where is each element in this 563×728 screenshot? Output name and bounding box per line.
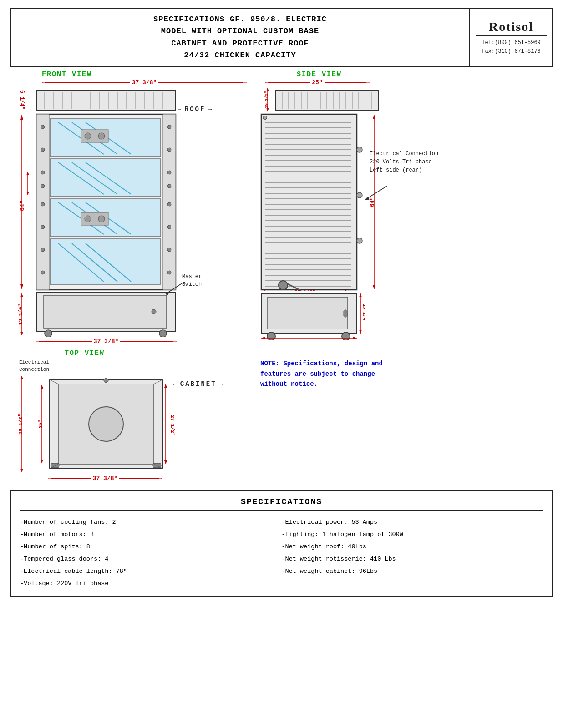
svg-point-151 xyxy=(279,281,288,290)
page: SPECIFICATIONS GF. 950/8. ELECTRIC MODEL… xyxy=(0,0,563,728)
spec-item: -Number of cooling fans: 2 xyxy=(20,516,282,528)
svg-rect-24 xyxy=(36,114,49,290)
title-line3: CABINET AND PROTECTIVE ROOF xyxy=(18,38,462,50)
svg-text:30 1/2": 30 1/2" xyxy=(18,414,23,435)
specifications-section: SPECIFICATIONS -Number of cooling fans: … xyxy=(10,490,553,597)
svg-marker-93 xyxy=(164,460,167,464)
side-width-label: 25" xyxy=(310,79,324,86)
svg-point-149 xyxy=(357,238,362,243)
svg-point-47 xyxy=(85,133,91,139)
svg-text:27 1/2": 27 1/2" xyxy=(170,415,175,436)
cabinet-side-drawing: 30 1/2" 19 1/4" xyxy=(260,293,365,340)
svg-point-41 xyxy=(167,271,171,274)
spec-item: -Net weight roof: 40Lbs xyxy=(282,541,543,553)
svg-marker-170 xyxy=(353,337,357,339)
svg-point-26 xyxy=(41,148,45,152)
master-switch-label: MasterSwitch xyxy=(182,273,202,288)
svg-rect-99 xyxy=(276,91,379,111)
electrical-connection-label-top: ElectricalConnection xyxy=(19,359,247,373)
svg-point-72 xyxy=(159,330,167,337)
svg-point-83 xyxy=(89,407,123,441)
svg-rect-164 xyxy=(268,297,348,329)
cabinet-label: CABINET xyxy=(180,380,217,388)
logo-name: Rotisol xyxy=(476,20,547,36)
spec-item: -Net weight cabinet: 96Lbs xyxy=(282,565,543,577)
svg-text:27 1/2": 27 1/2" xyxy=(294,289,315,291)
svg-rect-33 xyxy=(163,114,176,290)
svg-point-37 xyxy=(167,184,171,188)
svg-point-38 xyxy=(167,202,171,206)
svg-point-30 xyxy=(41,225,45,229)
svg-marker-169 xyxy=(261,337,265,339)
svg-point-35 xyxy=(167,148,171,152)
svg-rect-49 xyxy=(50,159,161,197)
spec-item: -Electrical power: 53 Amps xyxy=(282,516,543,528)
svg-point-167 xyxy=(342,332,350,340)
svg-text:19 1/4": 19 1/4" xyxy=(18,304,23,325)
svg-point-166 xyxy=(267,332,275,340)
cabinet-front-width-label: 37 3/8" xyxy=(92,338,121,345)
title-line2: MODEL WITH OPTIONAL CUSTOM BASE xyxy=(18,25,462,37)
side-view-label: SIDE VIEW xyxy=(297,71,342,78)
top-view-width-label: 37 3/8" xyxy=(91,475,120,482)
top-view-drawing: 27 1/2" xyxy=(48,374,180,474)
svg-point-150 xyxy=(263,116,267,120)
spec-item: -Net weight rotisserie: 410 Lbs xyxy=(282,553,543,565)
title-line4: 24/32 CHICKEN CAPACITY xyxy=(18,50,462,61)
note-box: NOTE: Specifications, design andfeatures… xyxy=(260,355,415,393)
spec-item: -Number of spits: 8 xyxy=(20,541,282,553)
cabinet-front-drawing xyxy=(36,292,177,337)
svg-point-147 xyxy=(357,147,362,152)
svg-marker-75 xyxy=(20,469,23,472)
svg-text:19 1/2": 19 1/2" xyxy=(264,91,269,108)
svg-point-36 xyxy=(167,171,171,174)
front-view-label: FRONT VIEW xyxy=(42,71,92,78)
svg-text:25": 25" xyxy=(38,420,43,428)
svg-point-84 xyxy=(104,378,108,383)
svg-point-25 xyxy=(41,125,45,129)
svg-marker-78 xyxy=(41,385,43,389)
header-box: SPECIFICATIONS GF. 950/8. ELECTRIC MODEL… xyxy=(10,8,553,67)
drawing-area: FRONT VIEW ← 37 3/8" → 6 1/4" xyxy=(10,71,553,482)
svg-line-176 xyxy=(166,282,184,294)
svg-marker-92 xyxy=(164,384,167,388)
svg-point-39 xyxy=(167,225,171,229)
svg-marker-21 xyxy=(20,284,23,289)
svg-marker-65 xyxy=(20,293,23,297)
specs-cols: -Number of cooling fans: 2-Number of mot… xyxy=(20,516,543,590)
logo-fax: Fax:(310) 671-8176 xyxy=(482,47,541,56)
svg-marker-79 xyxy=(41,460,43,463)
title-line1: SPECIFICATIONS GF. 950/8. ELECTRIC xyxy=(18,14,462,25)
logo-tel: Tel:(800) 651-5969 xyxy=(482,39,541,47)
specs-left-col: -Number of cooling fans: 2-Number of mot… xyxy=(20,516,282,590)
svg-point-71 xyxy=(45,330,52,337)
svg-text:30 1/2": 30 1/2" xyxy=(299,339,320,340)
svg-point-31 xyxy=(41,248,45,252)
spec-item: -Tempered glass doors: 4 xyxy=(20,553,282,565)
specs-right-col: -Electrical power: 53 Amps-Lighting: 1 h… xyxy=(282,516,543,590)
svg-marker-74 xyxy=(20,376,23,379)
svg-rect-60 xyxy=(50,239,161,284)
svg-marker-174 xyxy=(359,330,362,334)
svg-marker-158 xyxy=(373,115,375,119)
spec-item: -Voltage: 220V Tri phase xyxy=(20,577,282,590)
svg-point-48 xyxy=(98,133,105,139)
cabinet-label-container: ← CABINET → xyxy=(173,380,223,388)
svg-rect-69 xyxy=(44,295,167,328)
svg-point-59 xyxy=(98,216,105,222)
svg-text:19 1/4": 19 1/4" xyxy=(362,304,365,323)
svg-marker-20 xyxy=(20,115,23,120)
note-text: NOTE: Specifications, design andfeatures… xyxy=(260,360,383,388)
roof-label-container: ← ROOF → xyxy=(178,106,213,113)
roof-front-drawing xyxy=(36,87,177,112)
svg-point-34 xyxy=(167,125,171,129)
header-title: SPECIFICATIONS GF. 950/8. ELECTRIC MODEL… xyxy=(11,9,470,66)
roof-side-drawing xyxy=(275,87,380,112)
side-view-main-drawing: 27 1/2" xyxy=(260,113,365,291)
svg-point-32 xyxy=(41,271,45,274)
specs-title: SPECIFICATIONS xyxy=(20,497,543,511)
svg-marker-96 xyxy=(266,88,269,91)
electrical-connection-note: Electrical Connection220 Volts Tri phase… xyxy=(370,150,438,174)
spec-item: -Lighting: 1 halogen lamp of 300W xyxy=(282,528,543,541)
roof-label: ROOF xyxy=(185,106,206,113)
